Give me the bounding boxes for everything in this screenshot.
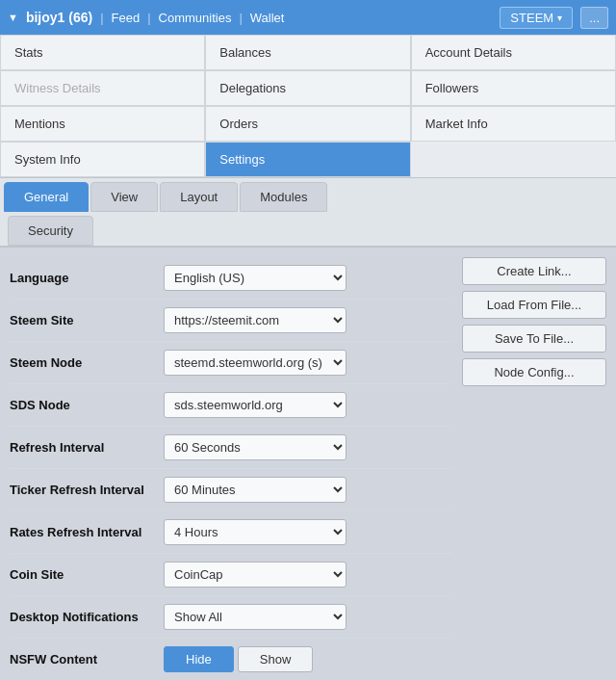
settings-row: NSFW ContentHideShow xyxy=(10,639,452,680)
nav-item-witness-details[interactable]: Witness Details xyxy=(0,70,205,106)
nav-item-mentions[interactable]: Mentions xyxy=(0,106,205,142)
select-steem-node[interactable]: steemd.steemworld.org (s)api.steemit.com xyxy=(164,350,346,376)
nav-item-account-details[interactable]: Account Details xyxy=(411,35,616,70)
app-title: bijoy1 (66) xyxy=(26,10,92,25)
settings-row: Steem Nodesteemd.steemworld.org (s)api.s… xyxy=(10,342,452,384)
tab-modules[interactable]: Modules xyxy=(240,182,327,212)
settings-row: LanguageEnglish (US)English (UK)SpanishF… xyxy=(10,257,452,300)
sub-tabs-row2: Security xyxy=(4,214,612,246)
sub-tabs: GeneralViewLayoutModulesSecurity xyxy=(0,178,616,248)
settings-control-desktop-notifications[interactable]: Show AllShow NoneMentions Only xyxy=(164,604,452,630)
separator-3: | xyxy=(239,11,242,25)
create-link-button[interactable]: Create Link... xyxy=(462,257,606,285)
nav-item-stats[interactable]: Stats xyxy=(0,35,205,70)
nav-item- xyxy=(411,142,616,177)
settings-control-ticker-refresh-interval[interactable]: 30 Minutes60 Minutes2 Hours xyxy=(164,477,452,503)
select-sds-node[interactable]: sds.steemworld.org xyxy=(164,392,346,418)
settings-control-nsfw-content: HideShow xyxy=(164,646,452,672)
main-content: LanguageEnglish (US)English (UK)SpanishF… xyxy=(0,248,616,680)
nav-grid: StatsBalancesAccount DetailsWitness Deta… xyxy=(0,35,616,178)
nav-feed[interactable]: Feed xyxy=(112,11,141,25)
settings-row: Refresh Interval30 Seconds60 Seconds2 Mi… xyxy=(10,427,452,469)
steem-button[interactable]: STEEM ▾ xyxy=(500,7,573,29)
toggle-group: HideShow xyxy=(164,646,452,672)
settings-control-refresh-interval[interactable]: 30 Seconds60 Seconds2 Minutes5 Minutes xyxy=(164,434,452,460)
settings-label-nsfw-content: NSFW Content xyxy=(10,652,164,667)
settings-row: Desktop NotificationsShow AllShow NoneMe… xyxy=(10,596,452,639)
node-config-button[interactable]: Node Config... xyxy=(462,358,606,386)
select-refresh-interval[interactable]: 30 Seconds60 Seconds2 Minutes5 Minutes xyxy=(164,434,346,460)
top-bar: ▼ bijoy1 (66) | Feed | Communities | Wal… xyxy=(0,0,616,35)
dropdown-icon: ▼ xyxy=(8,12,18,23)
settings-label-steem-node: Steem Node xyxy=(10,355,164,370)
select-rates-refresh-interval[interactable]: 1 Hour2 Hours4 Hours8 Hours xyxy=(164,519,346,545)
settings-label-language: Language xyxy=(10,271,164,285)
settings-label-ticker-refresh-interval: Ticker Refresh Interval xyxy=(10,483,164,497)
settings-control-language[interactable]: English (US)English (UK)SpanishFrenchGer… xyxy=(164,265,452,291)
nav-item-delegations[interactable]: Delegations xyxy=(205,70,410,106)
settings-control-steem-node[interactable]: steemd.steemworld.org (s)api.steemit.com xyxy=(164,350,452,376)
nav-item-balances[interactable]: Balances xyxy=(205,35,410,70)
separator-2: | xyxy=(147,11,150,25)
right-buttons: Create Link... Load From File... Save To… xyxy=(462,257,606,680)
tab-security[interactable]: Security xyxy=(8,216,93,246)
settings-control-sds-node[interactable]: sds.steemworld.org xyxy=(164,392,452,418)
nav-item-market-info[interactable]: Market Info xyxy=(411,106,616,142)
settings-label-coin-site: Coin Site xyxy=(10,567,164,582)
settings-label-sds-node: SDS Node xyxy=(10,398,164,412)
settings-control-rates-refresh-interval[interactable]: 1 Hour2 Hours4 Hours8 Hours xyxy=(164,519,452,545)
nav-wallet[interactable]: Wallet xyxy=(250,11,285,25)
select-coin-site[interactable]: CoinCapCoinMarketCap xyxy=(164,562,346,588)
settings-row: Rates Refresh Interval1 Hour2 Hours4 Hou… xyxy=(10,511,452,554)
separator-1: | xyxy=(100,11,103,25)
settings-label-refresh-interval: Refresh Interval xyxy=(10,440,164,455)
settings-label-desktop-notifications: Desktop Notifications xyxy=(10,610,164,624)
settings-label-steem-site: Steem Site xyxy=(10,313,164,327)
settings-row: Steem Sitehttps://steemit.comhttps://bus… xyxy=(10,300,452,342)
tab-layout[interactable]: Layout xyxy=(160,182,238,212)
settings-row: SDS Nodesds.steemworld.org xyxy=(10,384,452,427)
nav-item-followers[interactable]: Followers xyxy=(411,70,616,106)
nav-item-settings[interactable]: Settings xyxy=(205,142,410,177)
save-to-file-button[interactable]: Save To File... xyxy=(462,325,606,353)
settings-panel: LanguageEnglish (US)English (UK)SpanishF… xyxy=(10,257,452,680)
load-from-file-button[interactable]: Load From File... xyxy=(462,291,606,319)
settings-control-coin-site[interactable]: CoinCapCoinMarketCap xyxy=(164,562,452,588)
toggle-hide[interactable]: Hide xyxy=(164,646,234,672)
nav-item-orders[interactable]: Orders xyxy=(205,106,410,142)
select-steem-site[interactable]: https://steemit.comhttps://busy.org xyxy=(164,307,346,333)
more-button[interactable]: ... xyxy=(580,7,608,29)
select-desktop-notifications[interactable]: Show AllShow NoneMentions Only xyxy=(164,604,346,630)
nav-item-system-info[interactable]: System Info xyxy=(0,142,205,177)
settings-row: Ticker Refresh Interval30 Minutes60 Minu… xyxy=(10,469,452,511)
settings-label-rates-refresh-interval: Rates Refresh Interval xyxy=(10,525,164,539)
nav-communities[interactable]: Communities xyxy=(159,11,232,25)
settings-row: Coin SiteCoinCapCoinMarketCap xyxy=(10,554,452,596)
settings-control-steem-site[interactable]: https://steemit.comhttps://busy.org xyxy=(164,307,452,333)
toggle-show[interactable]: Show xyxy=(238,646,314,672)
tab-general[interactable]: General xyxy=(4,182,89,212)
select-language[interactable]: English (US)English (UK)SpanishFrenchGer… xyxy=(164,265,346,291)
tab-view[interactable]: View xyxy=(90,182,158,212)
select-ticker-refresh-interval[interactable]: 30 Minutes60 Minutes2 Hours xyxy=(164,477,346,503)
